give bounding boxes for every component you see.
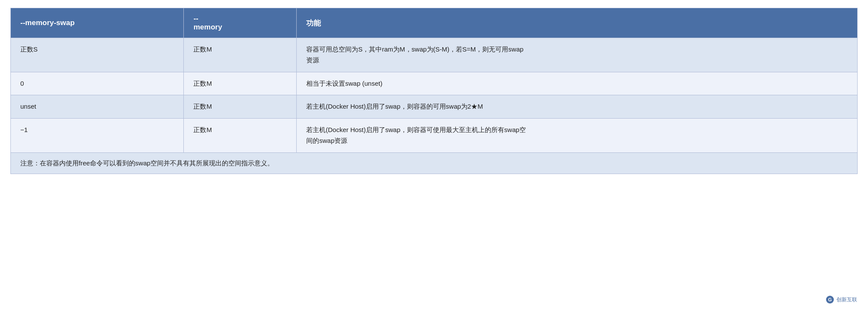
- logo-icon: G: [826, 296, 834, 304]
- header-row: --memory-swap --memory 功能: [11, 8, 858, 38]
- cell-row4-col1: −1: [11, 119, 184, 153]
- table-row: −1 正数M 若主机(Docker Host)启用了swap，则容器可使用最大至…: [11, 119, 858, 153]
- cell-row1-col2: 正数M: [184, 38, 297, 72]
- cell-row1-col1: 正数S: [11, 38, 184, 72]
- cell-row2-col3: 相当于未设置swap (unset): [297, 72, 858, 95]
- footer-row: 注意：在容器内使用free命令可以看到的swap空间并不具有其所展现出的空间指示…: [11, 152, 858, 174]
- header-col1: --memory-swap: [11, 8, 184, 38]
- cell-row3-col3: 若主机(Docker Host)启用了swap，则容器的可用swap为2★M: [297, 95, 858, 119]
- logo-label: 创新互联: [836, 296, 857, 304]
- cell-row1-col3: 容器可用总空间为S，其中ram为M，swap为(S-M)，若S=M，则无可用sw…: [297, 38, 858, 72]
- cell-row4-col2: 正数M: [184, 119, 297, 153]
- table-wrapper: --memory-swap --memory 功能 正数S 正数M 容器可用总空…: [0, 0, 868, 182]
- table-row: unset 正数M 若主机(Docker Host)启用了swap，则容器的可用…: [11, 95, 858, 119]
- header-col2: --memory: [184, 8, 297, 38]
- cell-row2-col1: 0: [11, 72, 184, 95]
- memory-swap-table: --memory-swap --memory 功能 正数S 正数M 容器可用总空…: [10, 8, 858, 174]
- cell-row2-col2: 正数M: [184, 72, 297, 95]
- footer-cell: 注意：在容器内使用free命令可以看到的swap空间并不具有其所展现出的空间指示…: [11, 152, 858, 174]
- cell-row4-col3: 若主机(Docker Host)启用了swap，则容器可使用最大至主机上的所有s…: [297, 119, 858, 153]
- table-row: 0 正数M 相当于未设置swap (unset): [11, 72, 858, 95]
- logo-area: G 创新互联: [823, 294, 860, 305]
- cell-row3-col1: unset: [11, 95, 184, 119]
- header-col3: 功能: [297, 8, 858, 38]
- table-row: 正数S 正数M 容器可用总空间为S，其中ram为M，swap为(S-M)，若S=…: [11, 38, 858, 72]
- cell-row3-col2: 正数M: [184, 95, 297, 119]
